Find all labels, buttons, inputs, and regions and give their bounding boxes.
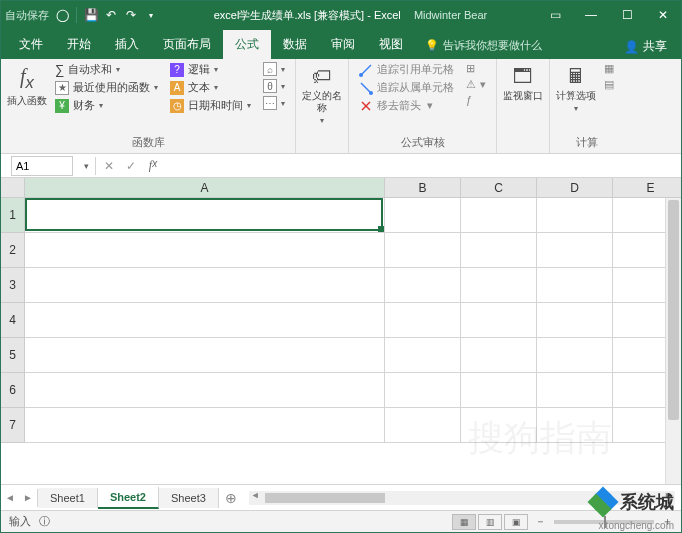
define-name-button[interactable]: 🏷 定义的名称 ▾ bbox=[302, 61, 342, 125]
maximize-button[interactable]: ☐ bbox=[609, 1, 645, 29]
sheet-tab-1[interactable]: Sheet1 bbox=[38, 488, 98, 508]
share-button[interactable]: 👤共享 bbox=[616, 34, 675, 59]
math-button[interactable]: θ▾ bbox=[259, 78, 289, 94]
cell[interactable] bbox=[461, 338, 537, 373]
column-header-C[interactable]: C bbox=[461, 178, 537, 198]
accessibility-icon[interactable]: ⓘ bbox=[39, 514, 50, 529]
row-header-6[interactable]: 6 bbox=[1, 373, 25, 408]
close-button[interactable]: ✕ bbox=[645, 1, 681, 29]
column-header-A[interactable]: A bbox=[25, 178, 385, 198]
trace-precedents-button[interactable]: 追踪引用单元格 bbox=[355, 61, 458, 78]
remove-arrows-button[interactable]: 移去箭头▾ bbox=[355, 97, 458, 114]
row-header-7[interactable]: 7 bbox=[1, 408, 25, 443]
undo-icon[interactable]: ↶ bbox=[102, 6, 120, 24]
sheet-nav-prev[interactable]: ◄ bbox=[1, 492, 19, 503]
cell[interactable] bbox=[385, 373, 461, 408]
cell[interactable] bbox=[461, 303, 537, 338]
zoom-in-button[interactable]: ＋ bbox=[662, 514, 673, 529]
lookup-button[interactable]: ⌕▾ bbox=[259, 61, 289, 77]
watch-window-button[interactable]: 🗔 监视窗口 bbox=[503, 61, 543, 102]
zoom-out-button[interactable]: － bbox=[535, 514, 546, 529]
cell[interactable] bbox=[537, 198, 613, 233]
row-header-4[interactable]: 4 bbox=[1, 303, 25, 338]
text-button[interactable]: A文本▾ bbox=[166, 79, 255, 96]
row-header-3[interactable]: 3 bbox=[1, 268, 25, 303]
row-header-5[interactable]: 5 bbox=[1, 338, 25, 373]
autosave-toggle-icon[interactable]: ◯ bbox=[53, 6, 71, 24]
add-sheet-button[interactable]: ⊕ bbox=[219, 490, 243, 506]
financial-button[interactable]: ¥财务▾ bbox=[51, 97, 162, 114]
cell[interactable] bbox=[537, 338, 613, 373]
zoom-slider[interactable] bbox=[554, 520, 654, 524]
cell[interactable] bbox=[537, 268, 613, 303]
cell[interactable] bbox=[461, 268, 537, 303]
cell[interactable] bbox=[537, 303, 613, 338]
evaluate-formula-button[interactable]: ƒ bbox=[462, 93, 490, 107]
cell[interactable] bbox=[537, 408, 613, 443]
cell[interactable] bbox=[461, 233, 537, 268]
tab-insert[interactable]: 插入 bbox=[103, 30, 151, 59]
insert-function-icon[interactable]: fx bbox=[142, 158, 164, 173]
cell[interactable] bbox=[385, 268, 461, 303]
logical-button[interactable]: ?逻辑▾ bbox=[166, 61, 255, 78]
calc-sheet-button[interactable]: ▤ bbox=[600, 77, 618, 92]
name-box-dropdown[interactable]: ▾ bbox=[79, 161, 93, 171]
cell[interactable] bbox=[461, 198, 537, 233]
formula-input[interactable] bbox=[164, 156, 681, 176]
cell[interactable] bbox=[25, 338, 385, 373]
spreadsheet-grid[interactable]: ABCDE 1234567 bbox=[1, 178, 681, 484]
normal-view-button[interactable]: ▦ bbox=[452, 514, 476, 530]
datetime-button[interactable]: ◷日期和时间▾ bbox=[166, 97, 255, 114]
name-box[interactable]: A1 bbox=[11, 156, 73, 176]
cancel-formula-icon[interactable]: ✕ bbox=[98, 159, 120, 173]
page-layout-view-button[interactable]: ▥ bbox=[478, 514, 502, 530]
recent-functions-button[interactable]: ★最近使用的函数▾ bbox=[51, 79, 162, 96]
cell[interactable] bbox=[537, 373, 613, 408]
tab-home[interactable]: 开始 bbox=[55, 30, 103, 59]
autosum-button[interactable]: ∑自动求和▾ bbox=[51, 61, 162, 78]
sheet-nav-next[interactable]: ► bbox=[19, 492, 37, 503]
save-icon[interactable]: 💾 bbox=[82, 6, 100, 24]
cell[interactable] bbox=[537, 233, 613, 268]
column-header-D[interactable]: D bbox=[537, 178, 613, 198]
column-header-E[interactable]: E bbox=[613, 178, 681, 198]
cell[interactable] bbox=[25, 408, 385, 443]
cell[interactable] bbox=[385, 233, 461, 268]
insert-function-button[interactable]: fx 插入函数 bbox=[7, 61, 47, 114]
ribbon-display-icon[interactable]: ▭ bbox=[537, 1, 573, 29]
tell-me-search[interactable]: 💡告诉我你想要做什么 bbox=[415, 32, 552, 59]
cell[interactable] bbox=[385, 198, 461, 233]
cell[interactable] bbox=[25, 233, 385, 268]
error-checking-button[interactable]: ⚠▾ bbox=[462, 77, 490, 92]
more-functions-button[interactable]: ⋯▾ bbox=[259, 95, 289, 111]
calc-now-button[interactable]: ▦ bbox=[600, 61, 618, 76]
tab-file[interactable]: 文件 bbox=[7, 30, 55, 59]
redo-icon[interactable]: ↷ bbox=[122, 6, 140, 24]
cell[interactable] bbox=[385, 338, 461, 373]
cell[interactable] bbox=[385, 303, 461, 338]
cell[interactable] bbox=[25, 373, 385, 408]
sheet-tab-3[interactable]: Sheet3 bbox=[159, 488, 219, 508]
cell[interactable] bbox=[385, 408, 461, 443]
page-break-view-button[interactable]: ▣ bbox=[504, 514, 528, 530]
cell[interactable] bbox=[461, 408, 537, 443]
row-header-1[interactable]: 1 bbox=[1, 198, 25, 233]
calc-options-button[interactable]: 🖩 计算选项 ▾ bbox=[556, 61, 596, 113]
enter-formula-icon[interactable]: ✓ bbox=[120, 159, 142, 173]
cell[interactable] bbox=[25, 198, 385, 233]
tab-data[interactable]: 数据 bbox=[271, 30, 319, 59]
select-all-corner[interactable] bbox=[1, 178, 25, 198]
cell[interactable] bbox=[25, 268, 385, 303]
cell[interactable] bbox=[461, 373, 537, 408]
row-header-2[interactable]: 2 bbox=[1, 233, 25, 268]
column-header-B[interactable]: B bbox=[385, 178, 461, 198]
trace-dependents-button[interactable]: 追踪从属单元格 bbox=[355, 79, 458, 96]
tab-formula[interactable]: 公式 bbox=[223, 30, 271, 59]
vertical-scrollbar[interactable] bbox=[665, 198, 681, 484]
tab-view[interactable]: 视图 bbox=[367, 30, 415, 59]
tab-page-layout[interactable]: 页面布局 bbox=[151, 30, 223, 59]
show-formulas-button[interactable]: ⊞ bbox=[462, 61, 490, 76]
tab-review[interactable]: 审阅 bbox=[319, 30, 367, 59]
minimize-button[interactable]: — bbox=[573, 1, 609, 29]
cell[interactable] bbox=[25, 303, 385, 338]
